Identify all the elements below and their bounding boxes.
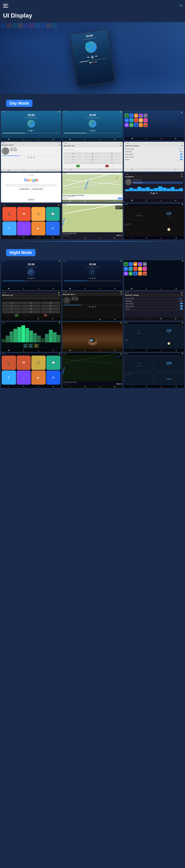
bt-prev[interactable]: ⏮ <box>28 157 29 159</box>
key-7[interactable]: 7 <box>63 158 82 161</box>
key-2[interactable]: 2 <box>83 152 102 155</box>
night-next-1[interactable]: ⏭ <box>33 278 34 280</box>
night-key-9[interactable]: 9 <box>41 308 60 310</box>
google-search-bar[interactable] <box>5 184 57 187</box>
night-key-6[interactable]: 6 <box>41 305 60 307</box>
social-close[interactable]: ✕ <box>181 176 183 178</box>
night-cp-phone[interactable]: 📞 <box>2 355 16 370</box>
night-cp-music[interactable]: 🎵 <box>31 355 46 370</box>
app-icon-4[interactable]: 📻 <box>139 114 143 118</box>
app-icon-11[interactable]: 🗺 <box>125 123 129 127</box>
google-search-btn[interactable]: Google Search <box>19 188 30 190</box>
menu-icon[interactable] <box>3 2 10 9</box>
night-power-toggle[interactable] <box>180 308 183 310</box>
night-key-star[interactable]: * <box>2 311 21 313</box>
night-app-2[interactable]: 🎵 <box>129 262 133 266</box>
night-key-5[interactable]: 5 <box>22 305 41 307</box>
night-key-1[interactable]: 1 <box>2 302 21 304</box>
night-auto-answer-toggle[interactable] <box>180 303 183 304</box>
bt-next[interactable]: ⏭ <box>33 157 34 159</box>
prev-icon-1[interactable]: ⏮ <box>28 130 29 132</box>
cp-phone[interactable]: 📞 <box>2 207 17 221</box>
night-key-8[interactable]: 8 <box>22 308 41 310</box>
app-icon-13[interactable]: 📱 <box>134 123 138 127</box>
night-bt-music-close[interactable]: ✕ <box>121 293 122 295</box>
app-icon-3[interactable]: ▶ <box>134 114 138 118</box>
night-key-2[interactable]: 2 <box>22 302 41 304</box>
night-cp-podcasts[interactable]: 🎙 <box>2 370 16 385</box>
night-key-7[interactable]: 7 <box>2 308 21 310</box>
night-app-11[interactable]: 🗺 <box>124 272 128 276</box>
social-play[interactable]: ▶ <box>153 192 155 194</box>
cp-messages[interactable]: 💬 <box>46 207 60 221</box>
night-key-hash[interactable]: # <box>41 311 60 313</box>
night-prev-1[interactable]: ⏮ <box>28 278 29 280</box>
app-icon-6[interactable]: ✈ <box>125 118 129 122</box>
play-icon-1[interactable]: ⏸ <box>30 130 32 132</box>
night-app-7[interactable]: 📞 <box>129 267 133 271</box>
social-next[interactable]: ⏭ <box>156 192 158 194</box>
prev-btn[interactable]: ⏮ <box>87 56 90 60</box>
app-icon-8[interactable]: 🚗 <box>134 118 138 122</box>
night-app-15[interactable]: 📷 <box>143 272 147 276</box>
night-play-2[interactable]: ⏸ <box>91 278 94 280</box>
night-prev-2[interactable]: ⏮ <box>89 278 90 280</box>
nav-play[interactable]: ▶ <box>118 234 120 236</box>
key-4[interactable]: 4 <box>63 155 82 158</box>
night-app-13[interactable]: 📱 <box>133 272 137 276</box>
bt-play[interactable]: ⏸ <box>30 157 32 159</box>
hangup-btn[interactable]: 📵 <box>105 165 109 167</box>
app-icon-5[interactable]: ⚙ <box>143 114 148 118</box>
social-track-2[interactable]: 华东_抖音_mp3 <box>133 182 183 184</box>
night-app-14[interactable]: 🎙 <box>138 272 142 276</box>
power-toggle[interactable] <box>180 159 183 160</box>
night-app-9[interactable]: BT <box>138 267 142 271</box>
next-icon-1[interactable]: ⏭ <box>33 130 34 132</box>
cp-music[interactable]: 🎵 <box>31 207 45 221</box>
night-play-1[interactable]: ⏸ <box>30 278 32 280</box>
night-bt-next[interactable]: ⏭ <box>95 306 96 308</box>
app-icon-12[interactable]: 📡 <box>129 123 133 127</box>
cp-settings[interactable]: ⚙ <box>46 221 60 236</box>
next-btn[interactable]: ⏭ <box>95 55 98 58</box>
cp-podcasts[interactable]: 🎙 <box>2 221 17 236</box>
night-app-3[interactable]: ▶ <box>133 262 137 266</box>
bt-music-close[interactable]: ✕ <box>59 144 60 146</box>
night-auto-connect-toggle[interactable] <box>180 305 183 307</box>
night-app-10[interactable]: 🎮 <box>143 267 147 271</box>
prev-icon-2[interactable]: ⏮ <box>89 130 90 132</box>
key-8[interactable]: 8 <box>83 158 102 161</box>
key-1[interactable]: 1 <box>63 152 82 155</box>
ng-play[interactable]: ▶ <box>168 378 169 380</box>
night-settings-close[interactable]: ✕ <box>181 294 183 296</box>
cp-maps[interactable]: 🗺 <box>17 207 31 221</box>
night-call-btn[interactable]: 📞 <box>15 314 18 316</box>
night-app-6[interactable]: ✈ <box>124 267 128 271</box>
key-5[interactable]: 5 <box>83 155 102 158</box>
key-hash[interactable]: # <box>103 161 122 164</box>
night-cp-more[interactable]: ▶ <box>31 370 46 385</box>
app-icon-10[interactable]: 🎮 <box>143 118 148 122</box>
key-0[interactable]: 0 <box>83 161 102 164</box>
night-app-8[interactable]: 🚗 <box>133 267 137 271</box>
cp-spotify[interactable]: ♪ <box>17 221 31 236</box>
auto-answer-toggle[interactable] <box>180 153 183 155</box>
google-lucky-btn[interactable]: I'm Feeling Lucky <box>31 188 44 190</box>
night-key-4[interactable]: 4 <box>2 305 21 307</box>
go-button[interactable]: GO <box>118 197 122 199</box>
night-app-1[interactable]: 📱 <box>124 262 128 266</box>
night-app-12[interactable]: 📡 <box>129 272 133 276</box>
app-icon-2[interactable]: 🎵 <box>129 114 133 118</box>
night-nav-play[interactable]: ▶ <box>118 383 120 385</box>
auto-connect-toggle[interactable] <box>180 156 183 158</box>
app-icon-14[interactable]: 🎙 <box>139 123 143 127</box>
cp-more[interactable]: ▶ <box>31 221 45 236</box>
night-cp-maps[interactable]: 🗺 <box>17 355 31 370</box>
key-3[interactable]: 3 <box>103 152 122 155</box>
night-next-2[interactable]: ⏭ <box>94 278 96 280</box>
key-6[interactable]: 6 <box>103 155 122 158</box>
night-nav-next[interactable]: ⏭ <box>121 383 122 385</box>
night-app-5[interactable]: ⚙ <box>143 262 147 266</box>
night-call-close[interactable]: ✕ <box>58 294 60 296</box>
social-prev[interactable]: ⏮ <box>150 192 152 194</box>
